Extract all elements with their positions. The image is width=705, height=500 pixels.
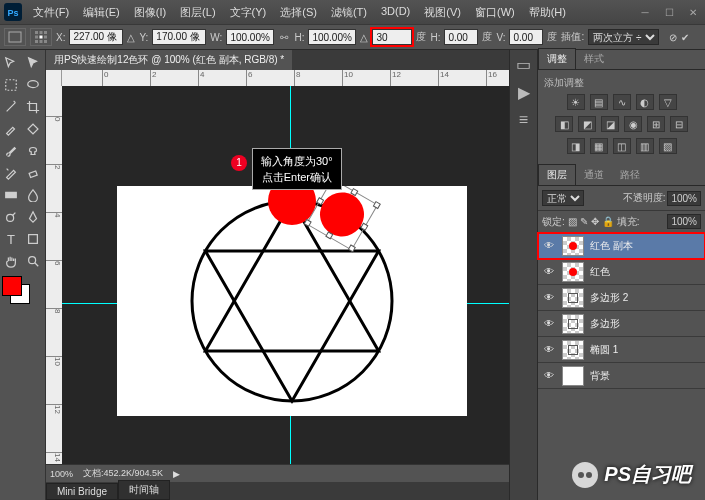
lock-transparent-icon[interactable]: ▨: [568, 216, 577, 227]
layers-tab[interactable]: 图层: [538, 164, 576, 185]
visibility-eye-icon[interactable]: 👁: [542, 369, 556, 383]
h-input[interactable]: 100.00%: [308, 29, 356, 45]
layer-thumbnail[interactable]: [562, 288, 584, 308]
blur-tool-icon[interactable]: [22, 184, 44, 206]
adj-photo-filter-icon[interactable]: ◉: [624, 116, 642, 132]
crop-tool-icon[interactable]: [22, 96, 44, 118]
channels-tab[interactable]: 通道: [576, 165, 612, 185]
visibility-eye-icon[interactable]: 👁: [542, 265, 556, 279]
window-maximize-icon[interactable]: ☐: [657, 3, 681, 21]
menu-view[interactable]: 视图(V): [417, 1, 468, 24]
menu-3d[interactable]: 3D(D): [374, 1, 417, 24]
triangle-icon[interactable]: △: [127, 32, 135, 43]
menu-image[interactable]: 图像(I): [127, 1, 173, 24]
hand-tool-icon[interactable]: [0, 250, 22, 272]
layer-row[interactable]: 👁椭圆 1: [538, 337, 705, 363]
adj-exposure-icon[interactable]: ◐: [636, 94, 654, 110]
layer-name[interactable]: 椭圆 1: [590, 343, 618, 357]
stamp-tool-icon[interactable]: [22, 140, 44, 162]
adj-bw-icon[interactable]: ◪: [601, 116, 619, 132]
angle-input[interactable]: 30: [372, 29, 412, 45]
styles-tab[interactable]: 样式: [576, 49, 612, 69]
timeline-tab[interactable]: 时间轴: [118, 480, 170, 500]
layer-thumbnail[interactable]: [562, 236, 584, 256]
lock-position-icon[interactable]: ✥: [591, 216, 599, 227]
adj-brightness-icon[interactable]: ☀: [567, 94, 585, 110]
menu-filter[interactable]: 滤镜(T): [324, 1, 374, 24]
adj-levels-icon[interactable]: ▤: [590, 94, 608, 110]
layer-name[interactable]: 背景: [590, 369, 610, 383]
adj-threshold-icon[interactable]: ◫: [613, 138, 631, 154]
foreground-color[interactable]: [2, 276, 22, 296]
visibility-eye-icon[interactable]: 👁: [542, 317, 556, 331]
layer-name[interactable]: 多边形 2: [590, 291, 628, 305]
patch-tool-icon[interactable]: [22, 118, 44, 140]
lock-paint-icon[interactable]: ✎: [580, 216, 588, 227]
ruler-horizontal[interactable]: 024681012141618: [62, 70, 509, 86]
shape-tool-icon[interactable]: [22, 228, 44, 250]
adjustments-tab[interactable]: 调整: [538, 48, 576, 69]
adj-curves-icon[interactable]: ∿: [613, 94, 631, 110]
visibility-eye-icon[interactable]: 👁: [542, 291, 556, 305]
eyedropper-tool-icon[interactable]: [0, 118, 22, 140]
adj-lookup-icon[interactable]: ⊟: [670, 116, 688, 132]
zoom-tool-icon[interactable]: [22, 250, 44, 272]
adj-map-icon[interactable]: ▥: [636, 138, 654, 154]
fill-value[interactable]: 100%: [667, 214, 701, 229]
type-tool-icon[interactable]: T: [0, 228, 22, 250]
doc-info-arrow-icon[interactable]: ▶: [173, 469, 180, 479]
cancel-transform-icon[interactable]: ⊘: [669, 32, 677, 43]
adj-invert-icon[interactable]: ◨: [567, 138, 585, 154]
mini-bridge-tab[interactable]: Mini Bridge: [46, 483, 118, 500]
document-tab[interactable]: 用PS快速绘制12色环 @ 100% (红色 副本, RGB/8) *: [46, 50, 292, 70]
layer-thumbnail[interactable]: [562, 366, 584, 386]
dock-history-icon[interactable]: ▭: [514, 56, 534, 72]
menu-edit[interactable]: 编辑(E): [76, 1, 127, 24]
adj-selective-icon[interactable]: ▧: [659, 138, 677, 154]
y-input[interactable]: 170.00 像: [152, 29, 206, 45]
layer-name[interactable]: 红色: [590, 265, 610, 279]
blend-mode-select[interactable]: 正常: [542, 190, 584, 206]
eraser-tool-icon[interactable]: [22, 162, 44, 184]
commit-transform-icon[interactable]: ✔: [681, 32, 689, 43]
layer-name[interactable]: 多边形: [590, 317, 620, 331]
link-icon[interactable]: ⚯: [278, 28, 290, 46]
adj-hue-icon[interactable]: ◧: [555, 116, 573, 132]
brush-tool-icon[interactable]: [0, 140, 22, 162]
hskew-input[interactable]: 0.00: [444, 29, 478, 45]
adj-vibrance-icon[interactable]: ▽: [659, 94, 677, 110]
visibility-eye-icon[interactable]: 👁: [542, 343, 556, 357]
canvas[interactable]: [117, 186, 467, 416]
layer-name[interactable]: 红色 副本: [590, 239, 633, 253]
interp-select[interactable]: 两次立方 ÷: [588, 29, 659, 45]
ruler-vertical[interactable]: 02468101214: [46, 86, 62, 464]
visibility-eye-icon[interactable]: 👁: [542, 239, 556, 253]
w-input[interactable]: 100.00%: [226, 29, 274, 45]
layer-thumbnail[interactable]: [562, 340, 584, 360]
layer-thumbnail[interactable]: [562, 314, 584, 334]
window-minimize-icon[interactable]: ─: [633, 3, 657, 21]
history-brush-tool-icon[interactable]: [0, 162, 22, 184]
layer-row[interactable]: 👁红色 副本: [538, 233, 705, 259]
dock-play-icon[interactable]: ▶: [514, 84, 534, 100]
gradient-tool-icon[interactable]: [0, 184, 22, 206]
lock-all-icon[interactable]: 🔒: [602, 216, 614, 227]
layer-thumbnail[interactable]: [562, 262, 584, 282]
adj-mixer-icon[interactable]: ⊞: [647, 116, 665, 132]
vskew-input[interactable]: 0.00: [509, 29, 543, 45]
lasso-tool-icon[interactable]: [22, 74, 44, 96]
layer-row[interactable]: 👁背景: [538, 363, 705, 389]
adj-balance-icon[interactable]: ◩: [578, 116, 596, 132]
ruler-origin[interactable]: [46, 70, 62, 86]
dock-props-icon[interactable]: ≡: [514, 112, 534, 128]
wand-tool-icon[interactable]: [0, 96, 22, 118]
paths-tab[interactable]: 路径: [612, 165, 648, 185]
move-tool-icon[interactable]: [0, 52, 22, 74]
layer-row[interactable]: 👁多边形: [538, 311, 705, 337]
menu-window[interactable]: 窗口(W): [468, 1, 522, 24]
menu-select[interactable]: 选择(S): [273, 1, 324, 24]
pen-tool-icon[interactable]: [22, 206, 44, 228]
layer-row[interactable]: 👁红色: [538, 259, 705, 285]
dodge-tool-icon[interactable]: [0, 206, 22, 228]
layer-row[interactable]: 👁多边形 2: [538, 285, 705, 311]
